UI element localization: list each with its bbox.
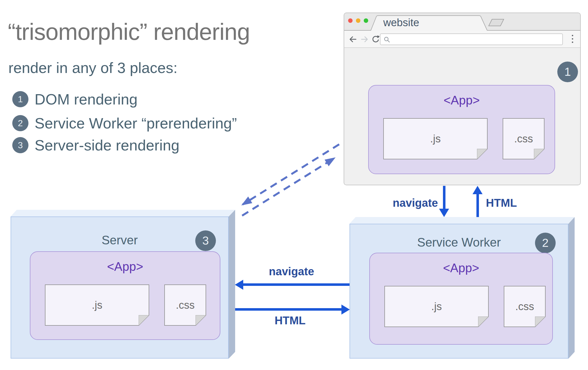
browser-window: website 1 — [344, 13, 581, 185]
browser-app-box: <App> .js .css — [368, 85, 555, 174]
app-tag-label: <App> — [30, 260, 220, 274]
list-item-label: DOM rendering — [35, 91, 138, 108]
list-item-dom-rendering: 1 DOM rendering — [12, 91, 138, 108]
app-tag-label: <App> — [370, 261, 552, 275]
service-worker-app-box: <App> .js .css — [369, 253, 553, 345]
list-item-server-side: 3 Server-side rendering — [12, 137, 179, 154]
flow-label-html-vertical: HTML — [486, 197, 517, 209]
service-worker-box: Service Worker 2 <App> .js .css — [350, 217, 575, 359]
html-right-arrow — [235, 308, 341, 311]
folded-corner-icon — [196, 315, 206, 326]
list-item-label: Server-side rendering — [35, 137, 179, 154]
back-icon[interactable] — [349, 35, 357, 43]
flow-label-navigate-horizontal: navigate — [258, 265, 325, 278]
forward-icon[interactable] — [360, 35, 369, 43]
css-file-icon: .css — [503, 118, 544, 159]
css-file-label: .css — [176, 299, 195, 311]
minimize-window-icon[interactable] — [356, 18, 360, 23]
js-file-label: .js — [430, 133, 441, 145]
html-up-arrowhead-icon — [473, 186, 483, 194]
browser-toolbar — [344, 31, 580, 48]
js-file-icon: .js — [45, 284, 149, 326]
server-box-front-face: Server 3 <App> .js .css — [11, 216, 229, 359]
page-subtitle: render in any of 3 places: — [8, 59, 177, 76]
browser-viewport: 1 <App> .js .css — [344, 48, 580, 185]
step-badge-1: 1 — [557, 62, 578, 82]
css-file-label: .css — [514, 133, 533, 145]
css-file-icon: .css — [164, 284, 206, 326]
refresh-icon[interactable] — [372, 35, 380, 43]
app-tag-label: <App> — [369, 93, 555, 107]
server-box: Server 3 <App> .js .css — [11, 210, 235, 359]
dashed-arrow-to-server — [243, 144, 339, 205]
folded-corner-icon — [535, 317, 546, 327]
service-worker-box-top-face — [350, 217, 575, 224]
css-file-label: .css — [515, 301, 534, 313]
menu-icon[interactable] — [572, 35, 573, 44]
step-badge-2: 2 — [535, 233, 556, 253]
server-box-top-face — [11, 210, 235, 216]
folded-corner-icon — [534, 149, 544, 159]
list-badge-2: 2 — [12, 115, 28, 131]
page-title: “trisomorphic” rendering — [8, 18, 250, 45]
js-file-icon: .js — [383, 118, 488, 159]
navigate-down-arrow — [443, 186, 445, 209]
service-worker-box-front-face: Service Worker 2 <App> .js .css — [350, 224, 568, 359]
tab-title: website — [383, 17, 419, 29]
css-file-icon: .css — [504, 286, 546, 327]
js-file-icon: .js — [384, 286, 489, 327]
flow-label-navigate-vertical: navigate — [388, 197, 438, 209]
new-tab-icon[interactable] — [488, 19, 504, 26]
js-file-label: .js — [92, 299, 102, 311]
close-window-icon[interactable] — [348, 18, 353, 23]
server-app-box: <App> .js .css — [30, 251, 220, 340]
html-right-arrowhead-icon — [341, 305, 350, 315]
dashed-arrow-to-browser — [242, 158, 334, 216]
folded-corner-icon — [477, 149, 488, 159]
folded-corner-icon — [139, 315, 149, 326]
list-item-sw-prerendering: 2 Service Worker “prerendering” — [12, 115, 237, 132]
slide-canvas: “trisomorphic” rendering render in any o… — [0, 0, 588, 370]
flow-label-html-horizontal: HTML — [257, 314, 324, 327]
browser-titlebar — [344, 13, 580, 31]
list-item-label: Service Worker “prerendering” — [35, 115, 237, 132]
search-icon — [384, 36, 390, 43]
html-up-arrow — [476, 194, 479, 217]
url-input[interactable] — [380, 33, 563, 45]
folded-corner-icon — [478, 317, 489, 327]
navigate-down-arrowhead-icon — [439, 209, 449, 217]
maximize-window-icon[interactable] — [364, 18, 368, 23]
js-file-label: .js — [431, 301, 442, 313]
navigate-left-arrowhead-icon — [235, 280, 243, 290]
list-badge-1: 1 — [12, 91, 28, 107]
list-badge-3: 3 — [12, 137, 28, 153]
step-badge-3: 3 — [195, 230, 216, 251]
navigate-left-arrow — [243, 283, 350, 286]
